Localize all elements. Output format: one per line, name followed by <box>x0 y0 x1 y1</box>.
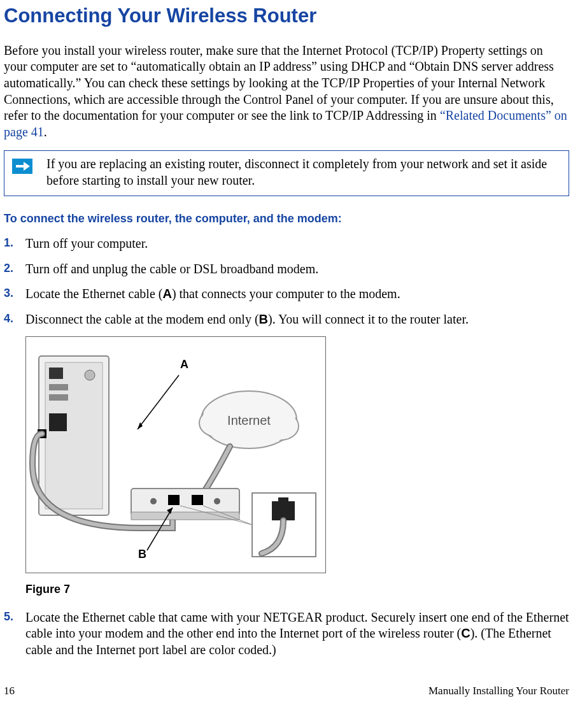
svg-rect-16 <box>168 495 180 505</box>
step-2: Turn off and unplug the cable or DSL bro… <box>4 261 569 278</box>
page-footer: 16 Manually Installing Your Router <box>4 684 569 703</box>
step-5: Locate the Ethernet cable that came with… <box>4 610 569 659</box>
step-text: Locate the Ethernet cable ( <box>25 287 162 301</box>
svg-rect-5 <box>49 384 68 390</box>
svg-point-19 <box>214 498 220 504</box>
step-text: Turn off and unplug the cable or DSL bro… <box>25 262 318 276</box>
intro-text-post: . <box>44 125 47 139</box>
steps-list: Turn off your computer. Turn off and unp… <box>4 236 569 327</box>
label-a: A <box>162 287 171 301</box>
intro-paragraph: Before you install your wireless router,… <box>4 43 569 141</box>
label-b: B <box>259 312 268 326</box>
svg-line-23 <box>138 375 179 429</box>
svg-point-7 <box>85 370 95 380</box>
label-c: C <box>461 626 470 640</box>
svg-rect-14 <box>131 489 239 515</box>
step-text: Turn off your computer. <box>25 236 148 250</box>
svg-rect-22 <box>278 497 288 503</box>
page-number: 16 <box>4 684 15 697</box>
steps-list-continued: Locate the Ethernet cable that came with… <box>4 610 569 659</box>
callout-a: A <box>180 357 188 372</box>
section-title: Manually Installing Your Router <box>428 684 569 697</box>
figure-caption: Figure 7 <box>25 582 569 597</box>
step-3: Locate the Ethernet cable (A) that conne… <box>4 286 569 303</box>
svg-rect-6 <box>49 394 68 401</box>
arrow-right-icon <box>12 159 32 174</box>
step-text: Disconnect the cable at the modem end on… <box>25 312 259 326</box>
callout-b: B <box>138 547 146 562</box>
note-callout: If you are replacing an existing router,… <box>4 150 569 196</box>
diagram-box: Internet <box>25 336 326 573</box>
procedure-heading: To connect the wireless router, the comp… <box>4 211 569 226</box>
note-text: If you are replacing an existing router,… <box>46 156 561 189</box>
step-text: ) that connects your computer to the mod… <box>172 287 400 301</box>
svg-rect-4 <box>49 368 63 379</box>
step-1: Turn off your computer. <box>4 236 569 252</box>
svg-point-18 <box>150 498 157 504</box>
figure-7: Internet <box>25 336 569 573</box>
step-4: Disconnect the cable at the modem end on… <box>4 311 569 328</box>
svg-rect-8 <box>49 413 67 431</box>
svg-rect-17 <box>192 495 203 505</box>
page-title: Connecting Your Wireless Router <box>4 4 569 29</box>
step-text: ). You will connect it to the router lat… <box>268 312 469 326</box>
internet-label: Internet <box>227 413 271 427</box>
